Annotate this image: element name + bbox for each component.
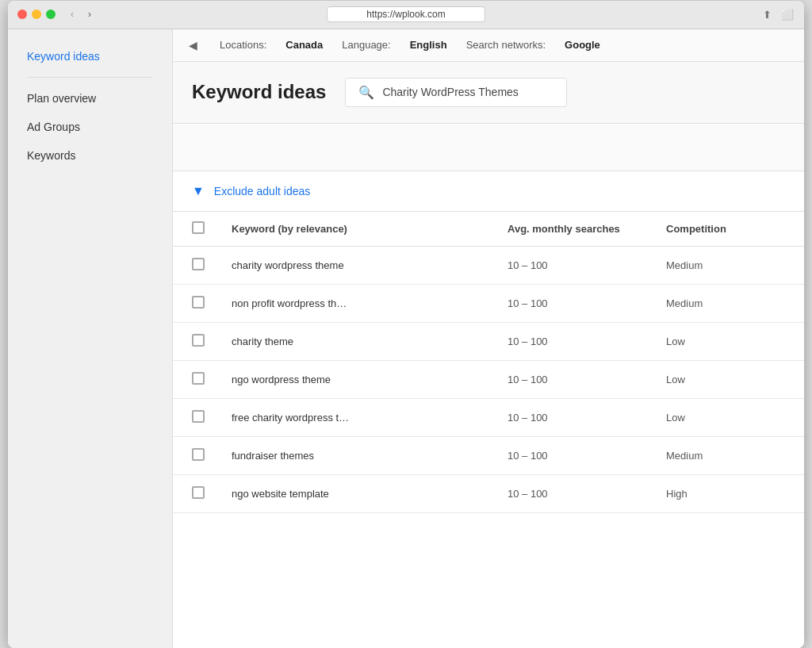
header-searches-col: Avg. monthly searches: [508, 223, 666, 235]
table-header: Keyword (by relevance) Avg. monthly sear…: [173, 212, 804, 247]
row-checkbox[interactable]: [192, 334, 232, 349]
filter-section: ▼ Exclude adult ideas: [173, 171, 804, 212]
table-row: charity theme 10 – 100 Low: [173, 323, 804, 361]
table-row: charity wordpress theme 10 – 100 Medium: [173, 247, 804, 285]
exclude-adult-ideas-link[interactable]: Exclude adult ideas: [214, 185, 310, 197]
row-keyword: fundraiser themes: [232, 450, 508, 462]
sidebar-item-keyword-ideas[interactable]: Keyword ideas: [8, 42, 172, 71]
row-competition: Low: [666, 412, 785, 424]
row-keyword: free charity wordpress t…: [232, 412, 508, 424]
search-bar[interactable]: 🔍 Charity WordPress Themes: [345, 78, 567, 107]
browser-actions: ⬆ ⬜: [760, 7, 795, 21]
table-row: ngo wordpress theme 10 – 100 Low: [173, 361, 804, 399]
filter-bar-empty: [173, 124, 804, 171]
sidebar-divider: [27, 77, 153, 78]
search-icon: 🔍: [358, 85, 374, 100]
sidebar-item-keywords[interactable]: Keywords: [8, 141, 172, 170]
search-query-text: Charity WordPress Themes: [382, 86, 518, 98]
row-competition: Low: [666, 336, 785, 347]
minimize-button[interactable]: [32, 10, 41, 19]
language-label: Language:: [342, 39, 390, 51]
app-window: ‹ › https://wplook.com ⬆ ⬜ Keyword ideas…: [8, 1, 804, 648]
row-searches: 10 – 100: [508, 450, 666, 462]
header-checkbox-col: [192, 221, 232, 236]
page-title: Keyword ideas: [192, 81, 326, 103]
app-body: Keyword ideas Plan overview Ad Groups Ke…: [8, 29, 804, 648]
close-button[interactable]: [17, 10, 27, 19]
row-keyword: ngo wordpress theme: [232, 374, 508, 385]
location-label: Locations:: [220, 39, 266, 51]
table-row: ngo website template 10 – 100 High: [173, 475, 804, 513]
back-arrow-icon[interactable]: ◀: [189, 39, 197, 52]
top-bar: ◀ Locations: Canada Language: English Se…: [173, 29, 804, 62]
row-searches: 10 – 100: [508, 259, 666, 271]
header-keyword-col: Keyword (by relevance): [232, 223, 508, 235]
url-bar[interactable]: https://wplook.com: [327, 6, 485, 22]
row-checkbox[interactable]: [192, 410, 232, 425]
select-all-checkbox[interactable]: [192, 221, 205, 234]
main-content: ◀ Locations: Canada Language: English Se…: [173, 29, 804, 648]
table-container: Keyword (by relevance) Avg. monthly sear…: [173, 212, 804, 648]
row-checkbox[interactable]: [192, 372, 232, 387]
network-value: Google: [565, 39, 600, 51]
row-checkbox[interactable]: [192, 448, 232, 463]
sidebar: Keyword ideas Plan overview Ad Groups Ke…: [8, 29, 173, 648]
row-searches: 10 – 100: [508, 374, 666, 385]
row-searches: 10 – 100: [508, 297, 666, 309]
network-label: Search networks:: [466, 39, 546, 51]
language-value: English: [410, 39, 447, 51]
table-row: fundraiser themes 10 – 100 Medium: [173, 437, 804, 475]
row-checkbox[interactable]: [192, 486, 232, 501]
back-nav-button[interactable]: ‹: [65, 7, 79, 21]
row-keyword: charity theme: [232, 336, 508, 347]
row-keyword: ngo website template: [232, 488, 508, 500]
forward-nav-button[interactable]: ›: [82, 7, 97, 21]
row-competition: Medium: [666, 297, 785, 309]
row-checkbox[interactable]: [192, 296, 232, 311]
row-competition: Low: [666, 374, 785, 385]
row-keyword: non profit wordpress th…: [232, 297, 508, 309]
share-icon[interactable]: ⬆: [760, 7, 774, 21]
location-value: Canada: [285, 39, 323, 51]
titlebar: ‹ › https://wplook.com ⬆ ⬜: [8, 1, 804, 29]
table-row: free charity wordpress t… 10 – 100 Low: [173, 399, 804, 437]
browser-nav: ‹ ›: [65, 7, 97, 21]
row-keyword: charity wordpress theme: [232, 259, 508, 271]
new-tab-icon[interactable]: ⬜: [780, 7, 795, 21]
filter-icon: ▼: [192, 184, 205, 198]
sidebar-item-ad-groups[interactable]: Ad Groups: [8, 113, 172, 141]
row-competition: Medium: [666, 450, 785, 462]
row-checkbox[interactable]: [192, 258, 232, 273]
header-section: Keyword ideas 🔍 Charity WordPress Themes: [173, 62, 804, 124]
maximize-button[interactable]: [46, 10, 56, 19]
row-competition: High: [666, 488, 785, 500]
row-competition: Medium: [666, 259, 785, 271]
sidebar-item-plan-overview[interactable]: Plan overview: [8, 84, 172, 113]
table-row: non profit wordpress th… 10 – 100 Medium: [173, 285, 804, 323]
window-controls: [17, 10, 56, 19]
row-searches: 10 – 100: [508, 488, 666, 500]
header-competition-col: Competition: [666, 223, 785, 235]
row-searches: 10 – 100: [508, 336, 666, 347]
row-searches: 10 – 100: [508, 412, 666, 424]
